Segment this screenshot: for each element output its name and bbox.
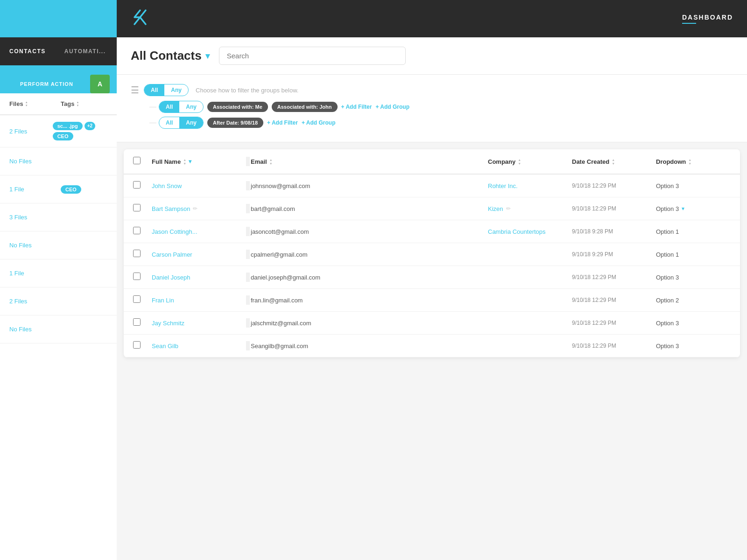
select-all-checkbox[interactable]	[133, 157, 141, 164]
left-table-header: Files Tags	[0, 93, 117, 115]
full-name-dropdown-icon[interactable]: ▾	[189, 158, 191, 165]
filter-group-1: All Any Associated with: Me Associated w…	[159, 101, 733, 113]
filter-badge-associated-me[interactable]: Associated with: Me	[207, 102, 268, 112]
row-checkbox[interactable]	[133, 341, 141, 349]
contact-name[interactable]: Jason Cottingh...	[152, 228, 245, 235]
group2-all-button[interactable]: All	[159, 117, 179, 128]
date-sort-icon[interactable]	[612, 158, 615, 165]
table-row: Jay Schmitz jalschmitz@gmail.com 9/10/18…	[124, 312, 740, 335]
group1-add-group[interactable]: + Add Group	[375, 104, 409, 110]
contact-company[interactable]: Kizen ✏	[488, 205, 572, 212]
group2-add-group[interactable]: + Add Group	[302, 119, 336, 126]
files-cell: No Files	[9, 158, 61, 165]
column-divider	[246, 318, 250, 328]
page-title: All Contacts ▾	[131, 49, 210, 63]
contact-name[interactable]: Bart Sampson ✏	[152, 205, 245, 212]
files-column-header[interactable]: Files	[9, 100, 61, 107]
row-checkbox[interactable]	[133, 227, 141, 234]
filter-badge-after-date[interactable]: After Date: 9/08/18	[207, 118, 263, 128]
list-item: No Files	[0, 315, 117, 343]
row-checkbox[interactable]	[133, 181, 141, 189]
group1-all-button[interactable]: All	[159, 101, 179, 112]
group1-any-button[interactable]: Any	[179, 101, 203, 112]
list-item: 1 File	[0, 259, 117, 287]
table-row: Fran Lin fran.lin@gmail.com 9/10/18 12:2…	[124, 289, 740, 312]
filter-badge-associated-john[interactable]: Associated with: John	[272, 102, 338, 112]
tag-badge-ceo: CEO	[53, 132, 73, 140]
contact-name[interactable]: Jay Schmitz	[152, 320, 245, 327]
contact-dropdown: Option 3	[656, 320, 731, 327]
contact-dropdown: Option 3	[656, 182, 731, 189]
filter-hint: Choose how to filter the groups below.	[196, 87, 298, 94]
group2-toggle: All Any	[159, 117, 204, 129]
files-sort-icon[interactable]	[25, 101, 28, 107]
dropdown-sort-icon[interactable]	[688, 158, 691, 165]
filter-group-2: All Any After Date: 9/08/18 + Add Filter…	[159, 117, 733, 129]
row-checkbox-cell	[133, 250, 152, 259]
contact-dropdown: Option 3	[656, 274, 731, 281]
table-row: John Snow johnsnow@gmail.com Rohter Inc.…	[124, 175, 740, 197]
column-divider	[246, 295, 250, 305]
main-content: All Contacts ▾ ☰ All Any Choose how to f…	[117, 37, 747, 560]
files-cell: No Files	[9, 242, 61, 249]
group1-add-filter[interactable]: + Add Filter	[341, 104, 372, 110]
search-input[interactable]	[219, 47, 406, 65]
contact-date: 9/10/18 12:29 PM	[572, 205, 656, 212]
contact-email: daniel.joseph@gmail.com	[251, 274, 488, 281]
row-checkbox-cell	[133, 204, 152, 213]
main-all-button[interactable]: All	[144, 84, 164, 96]
table-row: Bart Sampson ✏ bart@gmail.com Kizen ✏ 9/…	[124, 197, 740, 220]
contact-email: jalschmitz@gmail.com	[251, 320, 488, 327]
top-nav: DASHBOARD	[117, 0, 747, 37]
contact-name[interactable]: John Snow	[152, 182, 245, 189]
email-sort-icon[interactable]	[269, 158, 273, 165]
dropdown-arrow-icon[interactable]: ▾	[682, 205, 684, 212]
nav-tab-automation[interactable]: AUTOMATI...	[55, 48, 115, 55]
edit-icon[interactable]: ✏	[506, 205, 511, 212]
row-checkbox[interactable]	[133, 250, 141, 257]
contact-name[interactable]: Daniel Joseph	[152, 274, 245, 281]
column-divider	[246, 341, 250, 350]
main-filter-toggle: All Any	[144, 84, 189, 96]
contact-email: fran.lin@gmail.com	[251, 297, 488, 304]
filter-icon[interactable]: ☰	[131, 84, 139, 96]
contact-name[interactable]: Fran Lin	[152, 297, 245, 304]
main-any-button[interactable]: Any	[164, 84, 188, 96]
full-name-sort-icon[interactable]	[183, 158, 186, 165]
contact-date: 9/10/18 12:29 PM	[572, 182, 656, 189]
contact-date: 9/10/18 12:29 PM	[572, 343, 656, 349]
perform-action-button[interactable]: PERFORM ACTION	[7, 75, 86, 93]
row-checkbox-cell	[133, 295, 152, 305]
group2-add-filter[interactable]: + Add Filter	[267, 119, 298, 126]
contact-email: cpalmerl@gmail.com	[251, 251, 488, 258]
tags-column-header[interactable]: Tags	[61, 100, 79, 107]
contact-name[interactable]: Carson Palmer	[152, 251, 245, 258]
contact-company[interactable]: Cambria Countertops	[488, 228, 572, 235]
page-title-dropdown-icon[interactable]: ▾	[205, 51, 210, 61]
files-cell: 2 Files	[9, 298, 61, 305]
contact-company[interactable]: Rohter Inc.	[488, 182, 572, 189]
left-table-rows: 2 Files sc... .jpg +2 CEO No Files 1 Fil…	[0, 115, 117, 343]
company-sort-icon[interactable]	[518, 158, 521, 165]
th-email: Email	[251, 158, 488, 165]
contact-dropdown: Option 1	[656, 228, 731, 235]
column-divider	[246, 273, 250, 282]
edit-icon[interactable]: ✏	[193, 205, 197, 212]
row-checkbox[interactable]	[133, 318, 141, 326]
tag-badge: sc... .jpg	[53, 122, 83, 130]
filter-area: ☰ All Any Choose how to filter the group…	[117, 75, 747, 142]
row-checkbox-cell	[133, 227, 152, 236]
row-checkbox[interactable]	[133, 204, 141, 211]
group2-any-button[interactable]: Any	[179, 117, 203, 128]
dashboard-label: DASHBOARD	[682, 14, 733, 24]
add-button[interactable]: A	[90, 75, 110, 93]
contact-name[interactable]: Sean Gilb	[152, 343, 245, 350]
row-checkbox[interactable]	[133, 295, 141, 303]
row-checkbox[interactable]	[133, 273, 141, 280]
contact-email: bart@gmail.com	[251, 205, 488, 212]
nav-tab-contacts[interactable]: CONTACTS	[0, 48, 55, 55]
tags-sort-icon[interactable]	[76, 101, 79, 107]
list-item: 1 File CEO	[0, 175, 117, 203]
contacts-table: Full Name ▾ Email Company Date Created D…	[124, 149, 740, 357]
row-checkbox-cell	[133, 181, 152, 190]
